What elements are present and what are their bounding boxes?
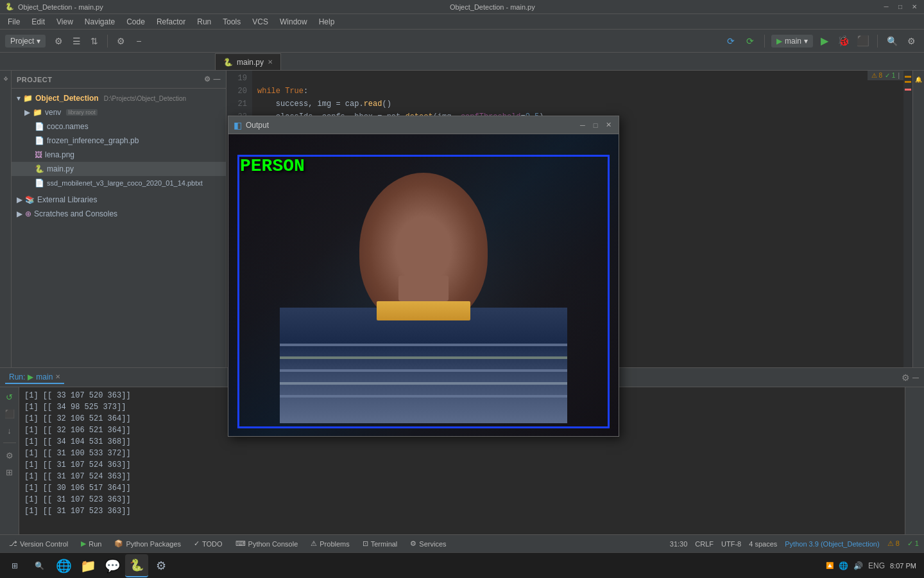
tree-venv[interactable]: ▶ 📁 venv library root (12, 105, 226, 119)
status-todo[interactable]: ✓ TODO (190, 538, 227, 549)
sidebar-collapse-icon[interactable]: — (214, 75, 221, 83)
tree-frozen-graph[interactable]: 📄 frozen_inference_graph.pb (12, 134, 226, 148)
project-dropdown[interactable]: Project ▾ (5, 35, 46, 48)
toolbar-settings-btn[interactable]: ⚙ (51, 33, 66, 49)
status-python-packages[interactable]: 📦 Python Packages (110, 538, 185, 549)
tree-scratches[interactable]: ▶ ⊕ Scratches and Consoles (12, 207, 226, 221)
settings-main-btn[interactable]: ⚙ (903, 33, 919, 49)
folder-icon: 📁 (23, 94, 33, 103)
tree-external-libs[interactable]: ▶ 📚 External Libraries (12, 193, 226, 207)
menu-navigate[interactable]: Navigate (80, 16, 120, 28)
menu-help[interactable]: Help (314, 16, 340, 28)
run-panel-minimize-icon[interactable]: ─ (912, 372, 919, 383)
status-version-control[interactable]: ⎇ Version Control (5, 538, 72, 549)
sidebar-header: PROJECT ⚙ — (12, 71, 226, 89)
taskbar-chrome-btn[interactable]: 🌐 (52, 554, 75, 577)
minimize-button[interactable]: ─ (882, 3, 891, 12)
run-output-line-6: [1] [[ 31 100 533 372]] (24, 448, 900, 459)
maximize-button[interactable]: □ (896, 3, 905, 12)
output-maximize-btn[interactable]: □ (590, 120, 601, 130)
run-tab[interactable]: Run: ▶ main ✕ (5, 371, 64, 384)
toolbar-gear-btn[interactable]: ⚙ (113, 33, 128, 49)
taskbar-settings-btn[interactable]: ⚙ (150, 554, 173, 577)
taskbar-files-btn[interactable]: 📁 (76, 554, 99, 577)
menu-run[interactable]: Run (192, 16, 216, 28)
tree-coco-names[interactable]: 📄 coco.names (12, 119, 226, 134)
notifications-bar: 🔔 (912, 71, 924, 367)
status-terminal[interactable]: ⊡ Terminal (359, 538, 402, 549)
run-output-line-9: [1] [[ 30 106 517 364]] (24, 482, 900, 494)
menu-edit[interactable]: Edit (26, 16, 50, 28)
menu-refactor[interactable]: Refactor (151, 16, 191, 28)
run-sidebar-sep (3, 442, 16, 443)
status-problems[interactable]: ⚠ Problems (307, 538, 353, 549)
run-scroll-btn[interactable]: ↓ (3, 423, 17, 437)
tab-main-py[interactable]: 🐍 main.py ✕ (215, 53, 281, 70)
tree-ssd[interactable]: 📄 ssd_mobilenet_v3_large_coco_2020_01_14… (12, 176, 226, 190)
taskbar-start-btn[interactable]: ⊞ (3, 554, 26, 577)
menu-tools[interactable]: Tools (218, 16, 246, 28)
toolbar-sync-btn[interactable]: ⟳ (723, 33, 739, 49)
toolbar-sep-2 (764, 35, 765, 48)
editor-scrollbar[interactable] (903, 71, 912, 367)
run-output-line-10: [1] [[ 31 107 523 363]] (24, 494, 900, 505)
toolbar-list-btn[interactable]: ☰ (69, 33, 84, 49)
run-panel-gear-icon[interactable]: ⚙ (902, 372, 910, 383)
run-sidebar: ↺ ⬛ ↓ ⚙ ⊞ (0, 387, 19, 534)
menu-window[interactable]: Window (275, 16, 312, 28)
python-console-label: Python Console (248, 540, 298, 548)
taskbar-whatsapp-btn[interactable]: 💬 (101, 554, 124, 577)
run-output-line-5: [1] [[ 34 104 531 368]] (24, 436, 900, 448)
run-btn[interactable]: ▶ (817, 33, 832, 49)
search-everywhere-btn[interactable]: 🔍 (884, 33, 900, 49)
run-status-label: Run (89, 540, 101, 548)
run-config-arrow: ▾ (804, 37, 808, 46)
menu-code[interactable]: Code (121, 16, 150, 28)
menu-view[interactable]: View (51, 16, 78, 28)
run-config-dropdown[interactable]: ▶ main ▾ (771, 35, 813, 48)
sidebar-gear-icon[interactable]: ⚙ (204, 75, 211, 83)
run-filter-btn[interactable]: ⚙ (3, 448, 17, 462)
output-minimize-btn[interactable]: ─ (578, 120, 588, 130)
status-run-tab[interactable]: ▶ Run (77, 538, 105, 549)
status-python-console[interactable]: ⌨ Python Console (232, 538, 302, 549)
output-window-icon: ◧ (234, 120, 242, 130)
python-packages-label: Python Packages (126, 540, 181, 548)
output-close-btn[interactable]: ✕ (603, 120, 613, 130)
run-stop-btn[interactable]: ⬛ (3, 407, 17, 421)
taskbar-time: 8:07 PM (890, 562, 916, 570)
menu-file[interactable]: File (3, 16, 25, 28)
close-button[interactable]: ✕ (910, 3, 919, 12)
toolbar-sort-btn[interactable]: ⇅ (87, 33, 102, 49)
bookmarks-icon[interactable]: ❖ (3, 76, 9, 82)
run-restart-btn[interactable]: ↺ (3, 390, 17, 404)
run-config-label: main (785, 37, 801, 46)
tab-close-btn[interactable]: ✕ (268, 58, 273, 66)
python-version[interactable]: Python 3.9 (Object_Detection) (785, 540, 879, 548)
stop-btn[interactable]: ⬛ (855, 33, 871, 49)
expand-icon-scratch: ▶ (17, 209, 22, 218)
venv-label: venv (45, 108, 61, 117)
taskbar-tray-up[interactable]: 🔼 (826, 562, 834, 569)
tree-lena-png[interactable]: 🖼 lena.png (12, 148, 226, 162)
tree-root-folder[interactable]: ▾ 📁 Object_Detection D:\Projects\Object_… (12, 91, 226, 105)
indent-info: 4 spaces (749, 540, 777, 548)
debug-btn[interactable]: 🐞 (836, 33, 851, 49)
taskbar-pycharm-btn[interactable]: 🐍 (125, 554, 148, 577)
toolbar-minus-btn[interactable]: − (131, 33, 146, 49)
expand-icon: ▾ (17, 94, 21, 103)
todo-label: TODO (202, 540, 223, 548)
tab-label: main.py (237, 58, 264, 67)
image-icon: 🖼 (35, 150, 42, 159)
warning-bar: ⚠ 8 ✓ 1 | (868, 71, 903, 80)
tree-main-py[interactable]: 🐍 main.py (12, 162, 226, 176)
notifications-icon[interactable]: 🔔 (916, 76, 922, 83)
run-share-btn[interactable]: ⊞ (3, 465, 17, 479)
toolbar-green-btn[interactable]: ⟳ (742, 33, 758, 49)
menu-vcs[interactable]: VCS (247, 16, 273, 28)
run-close-tab-btn[interactable]: ✕ (55, 373, 60, 380)
problems-icon: ⚠ (311, 539, 317, 548)
status-bar-right: 31:30 CRLF UTF-8 4 spaces Python 3.9 (Ob… (670, 539, 919, 548)
status-services[interactable]: ⚙ Services (406, 538, 450, 549)
taskbar-search-btn[interactable]: 🔍 (28, 554, 51, 577)
